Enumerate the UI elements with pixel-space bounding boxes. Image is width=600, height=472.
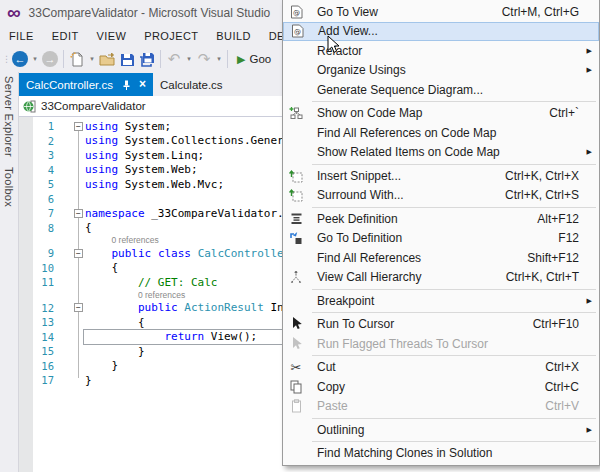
code-area[interactable]: 1−using System;2using System.Collections… — [19, 119, 282, 388]
menu-item-surround-with[interactable]: Surround With...Ctrl+K, Ctrl+S — [283, 186, 599, 206]
menu-item-generate-sequence-diagram[interactable]: Generate Sequence Diagram... — [283, 80, 599, 100]
menu-item-run-to-cursor[interactable]: Run To CursorCtrl+F10 — [283, 315, 599, 335]
close-tab-icon[interactable]: × — [139, 79, 146, 90]
fold-collapse-icon[interactable]: − — [74, 122, 83, 131]
new-file-dropdown-icon[interactable]: ▾ — [87, 55, 97, 63]
menu-item-go-to-definition[interactable]: Go To DefinitionF12 — [283, 229, 599, 249]
code-text: } — [85, 359, 118, 372]
redo-dropdown-icon[interactable]: ▾ — [214, 55, 224, 63]
fold-collapse-icon[interactable]: − — [74, 209, 83, 218]
peek-definition-icon — [288, 211, 304, 226]
codelens-references[interactable]: 0 references — [111, 235, 158, 245]
menu-item-run-flagged-threads-to-cursor: Run Flagged Threads To Cursor — [283, 334, 599, 354]
menubar-item-build[interactable]: BUILD — [207, 27, 259, 45]
menu-item-copy[interactable]: CopyCtrl+C — [283, 377, 599, 397]
menu-item-insert-snippet[interactable]: Insert Snippet...Ctrl+K, Ctrl+X — [283, 166, 599, 186]
menu-item-shortcut: F12 — [558, 231, 599, 245]
navigate-back-dropdown-icon[interactable]: ▾ — [30, 55, 40, 63]
menu-icon-placeholder — [288, 145, 304, 160]
menu-item-find-matching-clones-in-solution[interactable]: Find Matching Clones in Solution — [283, 444, 599, 464]
save-all-button[interactable] — [137, 48, 157, 70]
code-text: using System.Collections.Generic; — [85, 134, 304, 147]
code-line: 2using System.Collections.Generic; — [19, 134, 282, 149]
navigate-forward-button[interactable]: → — [40, 48, 60, 70]
sidebar-tab-toolbox[interactable]: Toolbox — [3, 167, 15, 207]
new-file-button[interactable] — [67, 48, 87, 70]
codelens-row[interactable]: 0 references — [19, 235, 282, 246]
menubar-item-file[interactable]: FILE — [0, 27, 43, 45]
line-number: 1 — [33, 120, 54, 132]
undo-button[interactable]: ↶ — [164, 48, 184, 70]
toolbar-grip[interactable]: ⋮⋮ — [2, 57, 10, 62]
code-line: 9− public class CalcController : Control… — [19, 246, 282, 261]
run-target-label[interactable]: Goo — [249, 53, 271, 65]
codelens-row[interactable]: 0 references — [19, 290, 282, 301]
code-line: 16 } — [19, 359, 282, 374]
vs-window: ∞ 33CompareValidator - Microsoft Visual … — [0, 0, 600, 472]
navigate-back-button[interactable]: ← — [10, 48, 30, 70]
line-number: 14 — [33, 331, 54, 343]
sidebar-tab-server-explorer[interactable]: Server Explorer — [3, 76, 15, 157]
editor-context-menu: @Go To ViewCtrl+M, Ctrl+G@Add View...Ref… — [282, 0, 600, 466]
menu-item-show-related-items-on-code-map[interactable]: Show Related Items on Code Map▶ — [283, 143, 599, 163]
window-title: 33CompareValidator - Microsoft Visual St… — [29, 6, 271, 20]
code-line: 14 return View(); — [19, 330, 282, 345]
code-line: 5using System.Web.Mvc; — [19, 177, 282, 192]
menu-item-find-all-references[interactable]: Find All ReferencesShift+F12 — [283, 248, 599, 268]
document-tab-calccontroller-cs[interactable]: CalcController.cs× — [19, 73, 153, 96]
menu-item-label: Organize Usings — [317, 63, 406, 77]
menubar-item-project[interactable]: PROJECT — [135, 27, 207, 45]
menu-item-label: Show Related Items on Code Map — [317, 145, 500, 159]
snippet-icon — [288, 168, 304, 183]
menubar-item-view[interactable]: VIEW — [88, 27, 136, 45]
code-text: using System; — [85, 120, 171, 133]
code-text: { — [85, 221, 92, 234]
menu-item-go-to-view[interactable]: @Go To ViewCtrl+M, Ctrl+G — [283, 2, 599, 22]
menu-item-label: Run Flagged Threads To Cursor — [317, 337, 488, 351]
menu-separator — [312, 418, 596, 419]
menu-item-outlining[interactable]: Outlining▶ — [283, 420, 599, 440]
menu-separator — [312, 289, 596, 290]
paste-icon — [288, 399, 304, 414]
save-button[interactable] — [117, 48, 137, 70]
menu-item-find-all-references-on-code-map[interactable]: Find All References on Code Map — [283, 123, 599, 143]
toolbar-separator — [227, 50, 228, 68]
svg-text:@: @ — [293, 9, 300, 17]
fold-collapse-icon[interactable]: − — [74, 249, 83, 258]
submenu-arrow-icon: ▶ — [587, 297, 592, 305]
menu-item-peek-definition[interactable]: Peek DefinitionAlt+F12 — [283, 209, 599, 229]
run-flagged-icon — [288, 336, 304, 351]
code-line: 3using System.Linq; — [19, 148, 282, 163]
pin-tab-icon[interactable] — [122, 80, 131, 90]
menu-item-show-on-code-map[interactable]: Show on Code MapCtrl+` — [283, 104, 599, 124]
line-number: 5 — [33, 178, 54, 190]
code-text: using System.Linq; — [85, 149, 204, 162]
menu-item-cut[interactable]: ✂CutCtrl+X — [283, 358, 599, 378]
menu-item-label: Run To Cursor — [317, 317, 394, 331]
line-number: 9 — [33, 247, 54, 259]
open-file-button[interactable] — [97, 48, 117, 70]
menubar-item-edit[interactable]: EDIT — [43, 27, 88, 45]
line-number: 3 — [33, 149, 54, 161]
codelens-references[interactable]: 0 references — [138, 290, 185, 300]
menu-item-organize-usings[interactable]: Organize Usings▶ — [283, 61, 599, 81]
menu-item-view-call-hierarchy[interactable]: View Call HierarchyCtrl+K, Ctrl+T — [283, 268, 599, 288]
menu-icon-placeholder — [288, 82, 304, 97]
document-tab-calculate-cs[interactable]: Calculate.cs — [153, 73, 230, 96]
breadcrumb-project[interactable]: 33CompareValidator — [41, 100, 146, 112]
fold-collapse-icon[interactable]: − — [74, 303, 83, 312]
menu-item-label: Find All References — [317, 251, 421, 265]
code-map-icon — [288, 106, 304, 121]
view-icon: @ — [289, 24, 305, 39]
menu-item-shortcut: Ctrl+C — [545, 380, 599, 394]
menu-item-shortcut: Ctrl+` — [549, 106, 599, 120]
undo-dropdown-icon[interactable]: ▾ — [184, 55, 194, 63]
line-number: 10 — [33, 262, 54, 274]
menu-item-breakpoint[interactable]: Breakpoint▶ — [283, 291, 599, 311]
menu-item-shortcut: Ctrl+K, Ctrl+S — [505, 188, 599, 202]
redo-button[interactable]: ↷ — [194, 48, 214, 70]
line-number: 12 — [33, 302, 54, 314]
start-debug-icon[interactable]: ▶ — [237, 53, 245, 66]
menu-item-label: Breakpoint — [317, 294, 374, 308]
line-number: 13 — [33, 316, 54, 328]
